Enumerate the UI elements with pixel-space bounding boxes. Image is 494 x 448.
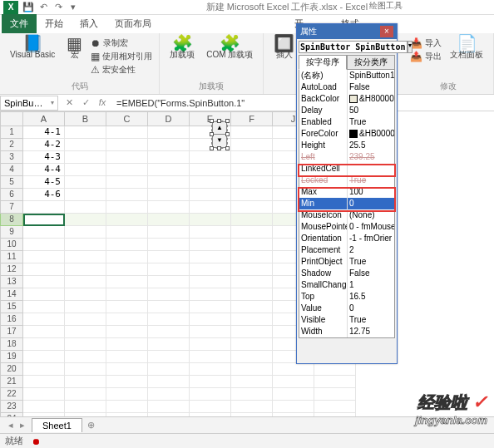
cell[interactable] <box>231 326 273 338</box>
name-box[interactable]: SpinBu…▾ <box>0 96 58 111</box>
cell[interactable] <box>190 388 231 401</box>
row-header[interactable]: 7 <box>0 201 23 214</box>
enter-icon[interactable]: ✓ <box>78 97 93 108</box>
insert-control-button[interactable]: 🔲插入 <box>270 37 298 62</box>
tab-insert[interactable]: 插入 <box>72 14 106 33</box>
cell[interactable] <box>106 139 148 151</box>
cell[interactable] <box>106 201 148 214</box>
property-row[interactable]: (名称)SpinButton1 <box>299 70 394 81</box>
property-row[interactable]: LinkedCell <box>299 163 394 175</box>
property-row[interactable]: MouseIcon(None) <box>299 209 394 221</box>
cell[interactable] <box>106 301 148 313</box>
cell[interactable] <box>23 326 65 338</box>
cell[interactable] <box>273 376 314 388</box>
property-row[interactable]: Delay50 <box>299 105 394 116</box>
cell[interactable] <box>65 263 106 276</box>
cell[interactable] <box>148 363 190 376</box>
object-name-input[interactable] <box>299 41 408 53</box>
cell[interactable] <box>65 151 106 164</box>
import-button[interactable]: 📥导入 <box>410 37 442 50</box>
property-row[interactable]: Width12.75 <box>299 326 394 337</box>
macros-button[interactable]: ▦ 宏 <box>63 37 86 62</box>
row-header[interactable]: 5 <box>0 176 23 189</box>
row-header[interactable]: 10 <box>0 239 23 251</box>
row-header[interactable]: 12 <box>0 263 23 276</box>
cell[interactable] <box>23 214 65 226</box>
cell[interactable] <box>23 301 65 313</box>
visual-basic-button[interactable]: 📘 Visual Basic <box>7 37 58 62</box>
row-header[interactable]: 6 <box>0 189 23 201</box>
property-row[interactable]: Height25.5 <box>299 140 394 151</box>
cell[interactable]: 4-2 <box>23 139 65 151</box>
cell[interactable] <box>148 401 190 413</box>
record-macro-button[interactable]: ⏺录制宏 <box>91 37 152 50</box>
cell[interactable] <box>231 351 273 363</box>
cell[interactable] <box>190 251 231 263</box>
property-row[interactable]: Orientation-1 - fmOrier <box>299 233 394 244</box>
cell[interactable] <box>106 176 148 189</box>
cell[interactable] <box>65 376 106 388</box>
cell[interactable] <box>190 401 231 413</box>
row-header[interactable]: 3 <box>0 151 23 164</box>
row-header[interactable]: 18 <box>0 338 23 351</box>
cell[interactable] <box>23 401 65 413</box>
cell[interactable] <box>148 338 190 351</box>
chevron-down-icon[interactable]: ▾ <box>408 41 412 53</box>
cell[interactable] <box>190 226 231 239</box>
cell[interactable] <box>231 251 273 263</box>
cell[interactable] <box>231 401 273 413</box>
cell[interactable] <box>190 164 231 176</box>
relative-ref-button[interactable]: ▦使用相对引用 <box>91 50 152 63</box>
save-icon[interactable]: 💾 <box>22 1 35 14</box>
cell[interactable] <box>148 326 190 338</box>
cell[interactable] <box>106 164 148 176</box>
cell[interactable] <box>190 376 231 388</box>
cell[interactable] <box>106 326 148 338</box>
sheet-nav-next-icon[interactable]: ▸ <box>20 420 25 431</box>
cell[interactable] <box>190 276 231 288</box>
cell[interactable] <box>23 263 65 276</box>
cell[interactable] <box>148 176 190 189</box>
row-header[interactable]: 8 <box>0 214 23 226</box>
cell[interactable]: 4-1 <box>23 126 65 139</box>
cell[interactable] <box>65 388 106 401</box>
cell[interactable] <box>314 388 356 401</box>
cell[interactable] <box>148 164 190 176</box>
cell[interactable] <box>231 226 273 239</box>
com-addins-button[interactable]: 🧩COM 加载项 <box>203 37 256 62</box>
cell[interactable] <box>231 263 273 276</box>
cell[interactable] <box>231 288 273 301</box>
cell[interactable] <box>231 338 273 351</box>
cell[interactable]: 4-4 <box>23 164 65 176</box>
cell[interactable] <box>106 288 148 301</box>
cell[interactable] <box>65 214 106 226</box>
cell[interactable] <box>190 239 231 251</box>
cell[interactable] <box>106 363 148 376</box>
row-header[interactable]: 9 <box>0 226 23 239</box>
tab-categorized[interactable]: 按分类序 <box>347 55 395 70</box>
cell[interactable] <box>106 151 148 164</box>
cell[interactable] <box>190 288 231 301</box>
cell[interactable] <box>148 214 190 226</box>
cell[interactable] <box>106 338 148 351</box>
cell[interactable] <box>190 351 231 363</box>
cell[interactable] <box>273 388 314 401</box>
cell[interactable] <box>273 401 314 413</box>
cell[interactable] <box>65 164 106 176</box>
cell[interactable] <box>148 276 190 288</box>
cell[interactable] <box>190 189 231 201</box>
row-header[interactable]: 21 <box>0 376 23 388</box>
cell[interactable] <box>23 226 65 239</box>
property-row[interactable]: SmallChange1 <box>299 279 394 291</box>
select-all-button[interactable] <box>0 111 23 126</box>
property-row[interactable]: ShadowFalse <box>299 268 394 279</box>
cell[interactable] <box>314 401 356 413</box>
property-row[interactable]: LockedTrue <box>299 175 394 186</box>
row-header[interactable]: 14 <box>0 288 23 301</box>
property-row[interactable]: ForeColor&HB000001 <box>299 128 394 140</box>
cell[interactable] <box>65 251 106 263</box>
cell[interactable] <box>148 226 190 239</box>
cell[interactable] <box>148 239 190 251</box>
row-header[interactable]: 20 <box>0 363 23 376</box>
cell[interactable] <box>65 313 106 326</box>
